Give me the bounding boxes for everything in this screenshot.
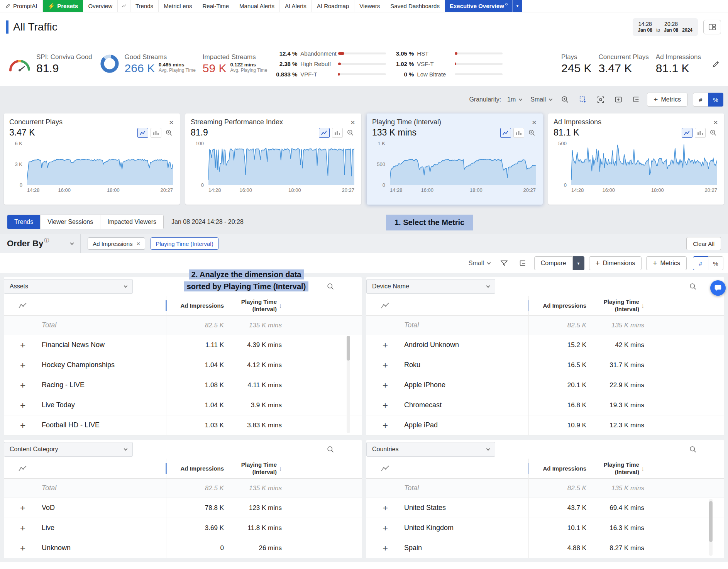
expand-row-icon[interactable]: + <box>20 401 25 410</box>
kpi-good-streams[interactable]: Good Streams 266 K 0.465 mins Avg. Playi… <box>99 53 196 75</box>
order-chip-playing-time[interactable]: Playing Time (Interval) <box>151 237 218 250</box>
bar-chart-icon[interactable] <box>513 128 524 138</box>
table-row[interactable]: + VoD 78.8 K 123 K mins <box>4 498 362 518</box>
table-row[interactable]: + Racing - LIVE 1.08 K 4.11 K mins <box>4 375 362 395</box>
bar-chart-icon[interactable] <box>151 128 161 138</box>
remove-chip-icon[interactable]: × <box>137 240 141 247</box>
table-row[interactable]: + Apple iPhone 20.1 K 22.9 K mins <box>366 375 724 395</box>
dashboard-selector-caret[interactable]: ▾ <box>512 0 523 12</box>
nav-item-ai-alerts[interactable]: AI Alerts <box>280 0 312 12</box>
quality-metric[interactable]: 12.4 %Abandonment <box>276 50 386 57</box>
table-row[interactable]: + Hockey Championships 1.04 K 4.12 K min… <box>4 355 362 375</box>
table-size-select[interactable]: Small <box>466 258 493 268</box>
expand-row-icon[interactable]: + <box>20 340 25 350</box>
nav-item-promptai[interactable]: PromptAI <box>0 0 43 12</box>
focus-icon[interactable] <box>594 93 608 106</box>
search-icon[interactable] <box>689 445 697 454</box>
dimension-select[interactable]: Content Category <box>4 442 133 457</box>
metric-chart[interactable]: 6 K3 K0 <box>27 143 173 185</box>
sparkline-icon[interactable] <box>381 302 390 310</box>
scrollbar[interactable] <box>347 336 350 433</box>
layout-toggle-button[interactable] <box>703 20 721 34</box>
edit-kpis-button[interactable] <box>712 60 720 68</box>
metric-card-playing-time[interactable]: Playing Time (Interval) × 133 K mins 1 K… <box>367 113 543 205</box>
add-card-icon[interactable] <box>611 93 625 106</box>
percent-toggle-button[interactable]: % <box>708 93 723 107</box>
expand-row-icon[interactable]: + <box>20 421 25 430</box>
line-chart-icon[interactable] <box>137 128 148 138</box>
granularity-select[interactable]: 1m <box>505 95 524 105</box>
dashboard-selector[interactable]: Executive Overview <box>445 0 512 12</box>
expand-row-icon[interactable]: + <box>383 340 388 350</box>
expand-row-icon[interactable]: + <box>20 544 25 553</box>
card-size-select[interactable]: Small <box>528 95 554 105</box>
expand-row-icon[interactable]: + <box>20 381 25 390</box>
scrollbar-thumb[interactable] <box>709 501 713 542</box>
expand-row-icon[interactable]: + <box>383 503 388 513</box>
number-toggle-button[interactable]: # <box>693 256 708 270</box>
nav-item-presets[interactable]: ⚡ Presets <box>43 0 83 12</box>
table-row[interactable]: + United States 43.7 K 69.4 K mins <box>366 498 724 518</box>
column-header-ad-impressions[interactable]: Ad Impressions <box>528 302 586 309</box>
zoom-icon[interactable] <box>345 128 356 138</box>
expand-row-icon[interactable]: + <box>383 544 388 553</box>
filter-icon[interactable] <box>497 257 511 270</box>
scrollbar[interactable] <box>709 499 713 556</box>
column-header-ad-impressions[interactable]: Ad Impressions <box>166 302 224 309</box>
kpi-spi[interactable]: SPI: Conviva Good 81.9 <box>8 53 92 75</box>
table-row[interactable]: + Unknown 0 26 mins <box>4 538 362 558</box>
order-chip-ad-impressions[interactable]: Ad Impressions × <box>88 237 145 250</box>
table-row[interactable]: + Football HD - LIVE 1.03 K 3.83 K mins <box>4 415 362 435</box>
tab-trends[interactable]: Trends <box>7 215 40 229</box>
table-row[interactable]: + Financial News Now 1.11 K 4.39 K mins <box>4 335 362 355</box>
dimension-select[interactable]: Device Name <box>366 279 495 294</box>
zoom-in-icon[interactable] <box>558 93 572 106</box>
compare-caret-button[interactable]: ▾ <box>573 256 584 270</box>
nav-item-metriclens[interactable]: MetricLens <box>159 0 197 12</box>
quality-metric[interactable]: 2.38 %High Rebuff <box>276 61 386 67</box>
clear-all-button[interactable]: Clear All <box>686 237 721 250</box>
close-icon[interactable]: × <box>713 118 719 126</box>
close-icon[interactable]: × <box>531 118 537 126</box>
table-row[interactable]: + Roku 16.5 K 31.7 K mins <box>366 355 724 375</box>
nav-item-ai-roadmap[interactable]: AI Roadmap <box>312 0 354 12</box>
add-dimensions-button[interactable]: + Dimensions <box>589 256 642 270</box>
number-toggle-button[interactable]: # <box>693 93 708 107</box>
zoom-icon[interactable] <box>527 128 537 138</box>
table-row[interactable]: + Live 3.69 K 11.8 K mins <box>4 518 362 538</box>
search-icon[interactable] <box>327 283 335 291</box>
expand-row-icon[interactable]: + <box>383 401 388 410</box>
table-row[interactable]: + Spain 4.88 K 8.27 K mins <box>366 538 724 558</box>
table-row[interactable]: + Chromecast 16.8 K 19.3 K mins <box>366 395 724 415</box>
bar-chart-icon[interactable] <box>332 128 343 138</box>
close-icon[interactable]: × <box>350 118 356 126</box>
dimension-select[interactable]: Assets <box>4 279 133 294</box>
table-row[interactable]: + United Kingdom 10.1 K 16.3 K mins <box>366 518 724 538</box>
nav-item-manual-alerts[interactable]: Manual Alerts <box>234 0 280 12</box>
nav-item-saved-dashboards[interactable]: Saved Dashboards <box>385 0 445 12</box>
add-metrics-button[interactable]: + Metrics <box>646 256 687 270</box>
metric-card-ad-impressions[interactable]: Ad Impressions × 81.1 K 5000 14:2816:001… <box>548 113 724 205</box>
expand-row-icon[interactable]: + <box>383 381 388 390</box>
tab-viewer-sessions[interactable]: Viewer Sessions <box>40 215 100 229</box>
metric-chart[interactable]: 5000 <box>571 143 717 185</box>
kpi-concurrent-plays[interactable]: Concurrent Plays 3.47 K <box>598 53 648 75</box>
line-chart-icon[interactable] <box>319 128 330 138</box>
metric-card-concurrent-plays[interactable]: Concurrent Plays × 3.47 K 6 K3 K0 14:281… <box>4 113 180 205</box>
column-header-playing-time[interactable]: Playing Time (Interval)↓ <box>586 461 644 476</box>
nav-item-real-time[interactable]: Real-Time <box>197 0 234 12</box>
sparkline-icon[interactable] <box>18 465 27 472</box>
nav-item-overview[interactable]: Overview <box>83 0 118 12</box>
expand-row-icon[interactable]: + <box>383 523 388 533</box>
expand-row-icon[interactable]: + <box>20 361 25 370</box>
column-header-ad-impressions[interactable]: Ad Impressions <box>166 465 224 472</box>
tree-icon[interactable] <box>629 93 643 106</box>
zoom-icon[interactable] <box>164 128 174 138</box>
line-chart-icon[interactable] <box>682 128 692 138</box>
chat-button[interactable] <box>710 280 726 296</box>
sparkline-icon[interactable] <box>381 465 390 472</box>
expand-row-icon[interactable]: + <box>20 523 25 533</box>
quality-metric[interactable]: 0.833 %VPF-T <box>276 71 386 78</box>
nav-mini-chart-icon[interactable] <box>118 0 130 12</box>
table-row[interactable]: + Apple iPad 10.9 K 12.3 K mins <box>366 415 724 435</box>
